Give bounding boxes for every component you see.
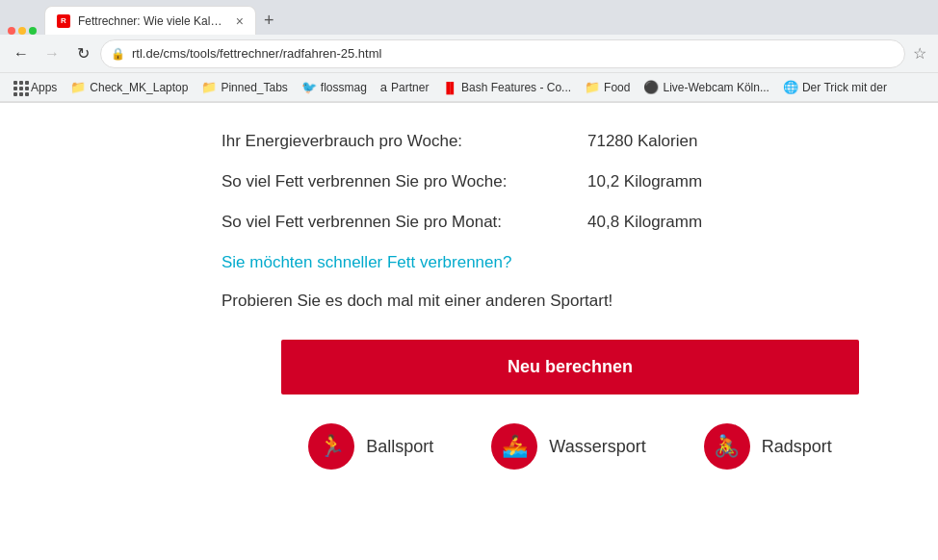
radsport-label: Radsport <box>762 437 832 457</box>
url-text: rtl.de/cms/tools/fettrechner/radfahren-2… <box>132 46 381 61</box>
bookmark-food[interactable]: 📁 Food <box>579 78 636 96</box>
suggestion-text: Probieren Sie es doch mal mit einer ande… <box>221 292 919 311</box>
back-button[interactable]: ← <box>8 40 35 67</box>
bookmark-apps-label: Apps <box>31 81 57 94</box>
multibar-icon: ▐▌ <box>442 82 457 93</box>
amazon-icon: a <box>380 80 387 94</box>
result-value-fat-month: 40,8 Kilogramm <box>587 213 702 232</box>
bookmark-bash[interactable]: ▐▌ Bash Features - Co... <box>436 79 577 96</box>
sport-item-ballsport[interactable]: 🏃 Ballsport <box>308 423 433 470</box>
bookmark-pinned-tabs[interactable]: 📁 Pinned_Tabs <box>195 78 293 96</box>
bookmarks-bar: Apps 📁 Check_MK_Laptop 📁 Pinned_Tabs 🐦 f… <box>0 73 938 102</box>
globe-icon: 🌐 <box>783 80 798 94</box>
bookmark-check-mk[interactable]: 📁 Check_MK_Laptop <box>65 78 194 96</box>
bookmark-food-label: Food <box>604 81 630 94</box>
ballsport-icon: 🏃 <box>308 423 354 470</box>
folder-icon: 📁 <box>201 80 217 94</box>
bookmark-star-button[interactable]: ☆ <box>909 40 930 66</box>
result-value-energy: 71280 Kalorien <box>587 132 697 151</box>
folder-icon: 📁 <box>585 80 600 94</box>
page-content: Ihr Energieverbrauch pro Woche: 71280 Ka… <box>0 103 938 560</box>
bookmark-trick-label: Der Trick mit der <box>802 81 887 94</box>
maximize-dot <box>29 27 37 35</box>
bookmark-flossmag-label: flossmag <box>321 81 367 94</box>
active-tab[interactable]: R Fettrechner: Wie viele Kalorien ve × <box>44 6 256 35</box>
bookmark-webcam[interactable]: ⚫ Live-Webcam Köln... <box>638 78 775 96</box>
wassersport-label: Wassersport <box>549 437 645 457</box>
result-value-fat-week: 10,2 Kilogramm <box>587 172 702 191</box>
sport-item-wassersport[interactable]: 🚣 Wassersport <box>491 423 645 470</box>
bookmark-webcam-label: Live-Webcam Köln... <box>663 81 769 94</box>
cta-link[interactable]: Sie möchten schneller Fett verbrennen? <box>221 253 919 272</box>
folder-icon: 📁 <box>70 80 86 94</box>
tab-close-button[interactable]: × <box>236 13 244 29</box>
bookmark-trick[interactable]: 🌐 Der Trick mit der <box>777 78 893 96</box>
sport-item-radsport[interactable]: 🚴 Radsport <box>704 423 832 470</box>
result-label-energy: Ihr Energieverbrauch pro Woche: <box>221 132 587 151</box>
neu-berechnen-button[interactable]: Neu berechnen <box>281 340 859 395</box>
minimize-dot <box>18 27 26 35</box>
webcam-icon: ⚫ <box>643 80 659 94</box>
forward-button[interactable]: → <box>39 40 65 67</box>
tab-dots <box>0 27 44 35</box>
ballsport-label: Ballsport <box>366 437 433 457</box>
wassersport-icon: 🚣 <box>491 423 537 470</box>
bookmark-bash-label: Bash Features - Co... <box>461 81 571 94</box>
twitter-icon: 🐦 <box>301 80 317 94</box>
apps-grid-icon <box>13 81 27 94</box>
reload-button[interactable]: ↻ <box>69 40 96 67</box>
bookmark-pinned-tabs-label: Pinned_Tabs <box>221 81 287 94</box>
results-table: Ihr Energieverbrauch pro Woche: 71280 Ka… <box>221 132 919 232</box>
bookmark-flossmag[interactable]: 🐦 flossmag <box>296 78 373 96</box>
bookmark-apps[interactable]: Apps <box>8 79 63 96</box>
sports-row: 🏃 Ballsport 🚣 Wassersport 🚴 Radsport <box>221 423 919 470</box>
close-dot <box>8 27 15 35</box>
address-bar[interactable]: 🔒 rtl.de/cms/tools/fettrechner/radfahren… <box>100 39 905 68</box>
bookmark-check-mk-label: Check_MK_Laptop <box>90 81 188 94</box>
lock-icon: 🔒 <box>111 47 125 61</box>
tab-favicon: R <box>57 14 70 28</box>
nav-bar: ← → ↻ 🔒 rtl.de/cms/tools/fettrechner/rad… <box>0 35 938 73</box>
result-row-fat-month: So viel Fett verbrennen Sie pro Monat: 4… <box>221 213 919 232</box>
radsport-icon: 🚴 <box>704 423 750 470</box>
result-row-energy: Ihr Energieverbrauch pro Woche: 71280 Ka… <box>221 132 919 151</box>
tab-bar: R Fettrechner: Wie viele Kalorien ve × + <box>0 0 938 35</box>
browser-chrome: R Fettrechner: Wie viele Kalorien ve × +… <box>0 0 938 103</box>
tab-title: Fettrechner: Wie viele Kalorien ve <box>78 14 228 28</box>
result-label-fat-week: So viel Fett verbrennen Sie pro Woche: <box>221 172 587 191</box>
result-label-fat-month: So viel Fett verbrennen Sie pro Monat: <box>221 213 587 232</box>
bookmark-partner-label: Partner <box>391 81 429 94</box>
bookmark-partner[interactable]: a Partner <box>375 78 435 96</box>
new-tab-button[interactable]: + <box>256 7 282 35</box>
result-row-fat-week: So viel Fett verbrennen Sie pro Woche: 1… <box>221 172 919 191</box>
